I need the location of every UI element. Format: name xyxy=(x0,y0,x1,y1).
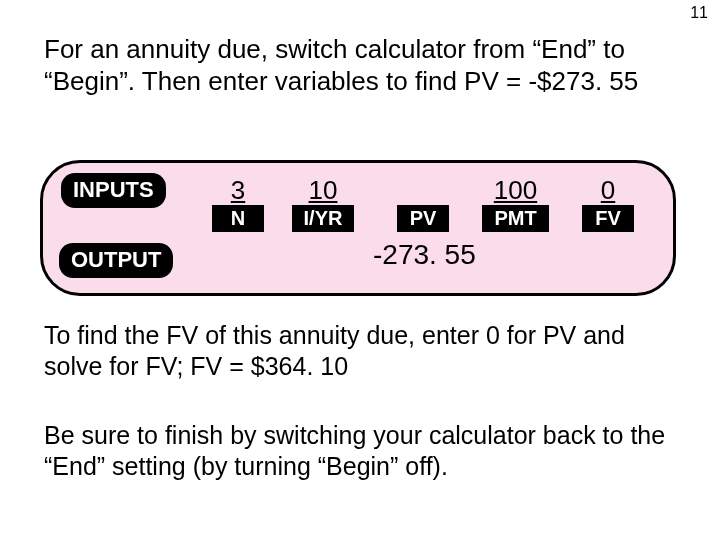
key-pv: PV xyxy=(397,205,449,232)
value-fv: 0 xyxy=(601,175,615,205)
key-iyr: I/YR xyxy=(292,205,355,232)
output-value: -273. 55 xyxy=(373,239,476,271)
value-iyr: 10 xyxy=(309,175,338,205)
calculator-panel: INPUTS OUTPUT 3 10 100 0 N I/YR PV PMT F… xyxy=(40,160,676,296)
key-pmt: PMT xyxy=(482,205,548,232)
intro-text: For an annuity due, switch calculator fr… xyxy=(44,34,680,97)
page-number: 11 xyxy=(690,4,708,22)
output-badge: OUTPUT xyxy=(59,243,173,278)
input-values-row: 3 10 100 0 xyxy=(203,175,653,205)
input-keys-row: N I/YR PV PMT FV xyxy=(203,205,653,235)
key-fv: FV xyxy=(582,205,634,232)
value-pmt: 100 xyxy=(494,175,537,205)
value-n: 3 xyxy=(231,175,245,205)
key-n: N xyxy=(212,205,264,232)
paragraph-fv: To find the FV of this annuity due, ente… xyxy=(44,320,690,383)
paragraph-end-setting: Be sure to finish by switching your calc… xyxy=(44,420,690,483)
inputs-badge: INPUTS xyxy=(61,173,166,208)
